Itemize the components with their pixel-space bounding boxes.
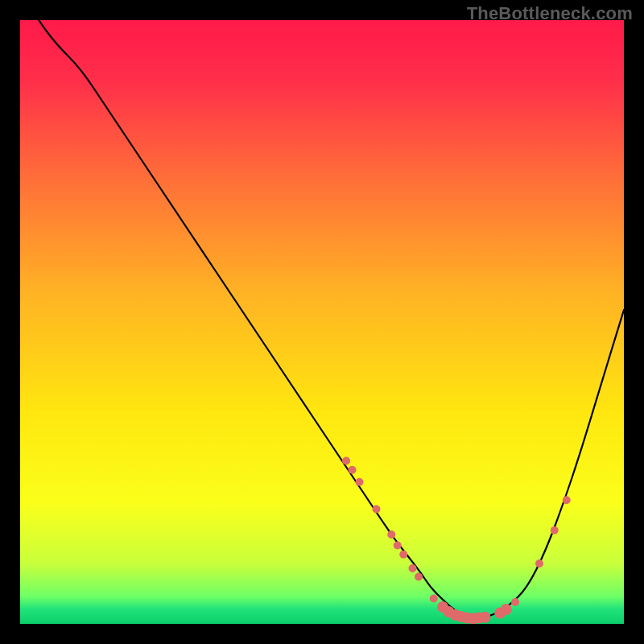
curve-marker (394, 542, 402, 550)
gradient-background (20, 20, 624, 624)
curve-marker (387, 530, 395, 539)
curve-marker (511, 598, 519, 606)
plot-area (20, 20, 624, 624)
curve-marker (356, 478, 364, 486)
curve-marker (349, 466, 357, 474)
curve-marker (480, 612, 491, 623)
curve-marker (535, 559, 543, 568)
curve-marker (563, 496, 571, 504)
curve-marker (551, 526, 559, 535)
curve-marker (399, 551, 407, 559)
bottleneck-chart (20, 20, 624, 624)
curve-marker (409, 564, 417, 572)
curve-marker (501, 604, 512, 615)
curve-marker (342, 457, 350, 465)
chart-frame: TheBottleneck.com (0, 0, 644, 644)
curve-marker (430, 595, 438, 603)
curve-marker (373, 506, 381, 514)
curve-marker (415, 573, 423, 581)
